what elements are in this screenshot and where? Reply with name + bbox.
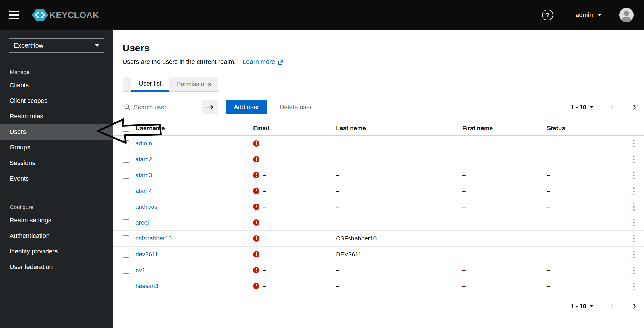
page-title: Users — [123, 42, 644, 54]
row-checkbox[interactable] — [123, 283, 129, 289]
username-link[interactable]: alam4 — [135, 187, 152, 194]
row-checkbox[interactable] — [123, 219, 129, 226]
email-value: – — [263, 267, 266, 274]
sidebar-item-authentication[interactable]: Authentication — [0, 228, 113, 244]
kebab-menu-button[interactable]: ⋮ — [630, 281, 638, 291]
row-checkbox[interactable] — [123, 172, 129, 179]
kebab-menu-button[interactable]: ⋮ — [630, 170, 638, 180]
table-row: alam4 !– – – – ⋮ — [113, 183, 644, 199]
kebab-menu-button[interactable]: ⋮ — [630, 249, 638, 259]
row-checkbox[interactable] — [123, 140, 129, 147]
nav-section-label: Configure — [10, 204, 113, 211]
nav-section-configure: Configure Realm settings Authentication … — [0, 204, 113, 275]
search-icon — [124, 104, 131, 111]
learn-more-link[interactable]: Learn more — [243, 58, 284, 66]
user-menu[interactable]: admin — [576, 11, 601, 19]
kebab-menu-button[interactable]: ⋮ — [630, 186, 638, 196]
prev-page-button[interactable] — [610, 303, 614, 310]
row-checkbox[interactable] — [123, 267, 129, 274]
sidebar-item-sessions[interactable]: Sessions — [0, 155, 113, 171]
kebab-menu-button[interactable]: ⋮ — [630, 218, 638, 227]
status-value: – — [547, 251, 625, 258]
sidebar-item-groups[interactable]: Groups — [0, 140, 113, 155]
firstname-value: – — [462, 219, 547, 226]
email-value: – — [263, 172, 266, 179]
hamburger-menu-icon[interactable] — [9, 7, 24, 23]
sidebar: Expertflow Manage Clients Client scopes … — [0, 30, 113, 328]
row-checkbox[interactable] — [123, 188, 129, 194]
username-link[interactable]: ev1 — [135, 267, 145, 273]
chevron-down-icon — [95, 44, 99, 47]
avatar[interactable] — [619, 8, 634, 22]
user-name: admin — [576, 11, 593, 19]
tab-permissions[interactable]: Permissions — [169, 77, 218, 92]
row-checkbox[interactable] — [123, 204, 129, 210]
username-link[interactable]: andreas — [135, 203, 157, 210]
email-warning-icon: ! — [253, 219, 259, 226]
firstname-value: – — [462, 251, 547, 258]
next-page-button[interactable] — [632, 104, 637, 111]
firstname-value: – — [462, 140, 547, 147]
username-link[interactable]: admin — [135, 140, 152, 147]
pagination-dropdown-caret-icon[interactable] — [590, 106, 593, 108]
kebab-menu-button[interactable]: ⋮ — [630, 234, 638, 243]
sidebar-divider — [0, 61, 113, 61]
help-icon[interactable]: ? — [542, 10, 553, 20]
email-warning-icon: ! — [253, 172, 259, 178]
status-value: – — [547, 283, 625, 289]
sidebar-item-events[interactable]: Events — [0, 171, 113, 186]
tab-stub — [123, 77, 131, 92]
username-link[interactable]: hassan3 — [135, 283, 158, 289]
search-submit-button[interactable] — [202, 100, 218, 114]
firstname-value: – — [462, 203, 547, 210]
lastname-value: – — [336, 156, 462, 163]
realm-selector[interactable]: Expertflow — [9, 38, 104, 53]
tab-user-list[interactable]: User list — [131, 77, 169, 92]
username-link[interactable]: alam2 — [135, 156, 152, 162]
page-header: Users Users are the users in the current… — [113, 30, 644, 66]
status-value: – — [547, 172, 625, 179]
username-link[interactable]: dev2611 — [135, 251, 158, 257]
status-value: – — [547, 187, 625, 194]
sidebar-item-identity-providers[interactable]: Identity providers — [0, 244, 113, 259]
firstname-value: – — [462, 156, 547, 163]
sidebar-item-client-scopes[interactable]: Client scopes — [0, 93, 113, 109]
sidebar-item-realm-roles[interactable]: Realm roles — [0, 109, 113, 124]
lastname-value: – — [336, 267, 462, 274]
email-value: – — [263, 140, 266, 147]
kebab-menu-button[interactable]: ⋮ — [630, 265, 638, 275]
row-checkbox[interactable] — [123, 156, 129, 163]
nav-section-label: Manage — [10, 69, 113, 75]
external-link-icon — [278, 59, 284, 65]
keycloak-logo[interactable]: KEYCLOAK — [32, 9, 99, 21]
row-checkbox[interactable] — [123, 235, 129, 242]
prev-page-button[interactable] — [610, 104, 614, 111]
lastname-value: – — [336, 283, 462, 289]
select-all-checkbox[interactable] — [123, 125, 129, 132]
email-warning-icon: ! — [253, 267, 259, 273]
pagination-range: 1 - 10 — [571, 303, 586, 310]
kebab-menu-button[interactable]: ⋮ — [630, 202, 638, 211]
lastname-value: CSFshabber10 — [336, 235, 462, 242]
tabs: User list Permissions — [123, 77, 644, 92]
table-row: hassan3 !– – – – ⋮ — [113, 278, 644, 294]
username-link[interactable]: alam3 — [135, 172, 152, 178]
table-row: admin !– – – – ⋮ — [113, 136, 644, 151]
lastname-value: DEV2611 — [336, 251, 462, 258]
kebab-menu-button[interactable]: ⋮ — [630, 139, 638, 148]
sidebar-item-clients[interactable]: Clients — [0, 77, 113, 93]
status-value: – — [547, 156, 625, 163]
sidebar-item-users[interactable]: Users — [0, 124, 113, 140]
search-input[interactable] — [120, 100, 202, 114]
add-user-button[interactable]: Add user — [226, 100, 267, 114]
sidebar-item-user-federation[interactable]: User federation — [0, 259, 113, 275]
pagination-dropdown-caret-icon[interactable] — [590, 305, 593, 307]
row-checkbox[interactable] — [123, 251, 129, 258]
next-page-button[interactable] — [632, 303, 637, 310]
sidebar-item-realm-settings[interactable]: Realm settings — [0, 213, 113, 228]
delete-user-button[interactable]: Delete user — [280, 103, 312, 111]
username-link[interactable]: csfshabber10 — [135, 235, 172, 242]
email-warning-icon: ! — [253, 188, 259, 194]
kebab-menu-button[interactable]: ⋮ — [630, 154, 638, 164]
username-link[interactable]: areej — [135, 219, 149, 226]
